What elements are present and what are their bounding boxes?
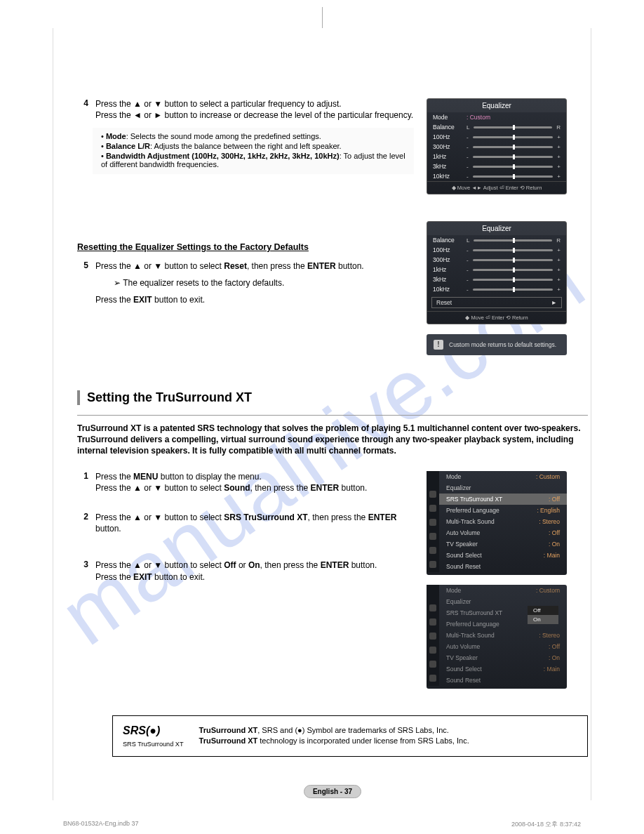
t: or	[142, 483, 154, 493]
slider	[474, 239, 552, 241]
t: button to select	[162, 512, 224, 522]
eq-row-label: 1kHz	[433, 153, 462, 160]
eq-row-label: 3kHz	[433, 163, 462, 170]
t: button to select	[162, 483, 224, 493]
menu-val: : Off	[549, 496, 560, 503]
left-triangle-icon	[133, 110, 142, 120]
step4-text: Press the or button to select a particul…	[95, 98, 414, 121]
osd-side-icons	[427, 585, 439, 686]
right-triangle-icon	[551, 299, 557, 306]
t: SRS TruSurround XT	[224, 512, 307, 522]
t: Press the	[95, 572, 133, 582]
t: Press the	[95, 560, 133, 570]
slider	[473, 166, 554, 168]
slider-end-r: R	[556, 237, 561, 244]
slider	[473, 176, 554, 178]
srs-logo-sub: SRS TruSurround XT	[123, 741, 184, 748]
menu-key: Preferred Language	[446, 507, 499, 514]
osd-mode-label: Mode	[433, 114, 462, 121]
osd-title: Equalizer	[427, 222, 566, 235]
menu-val: : On	[549, 541, 560, 548]
slider-plus: +	[557, 134, 561, 140]
t: button to display the menu.	[158, 472, 261, 482]
osd-sound-menu-2: Mode: Custom Equalizer SRS TruSurround X…	[427, 585, 567, 689]
menu-key: Multi-Track Sound	[446, 632, 495, 639]
slider-minus: -	[467, 286, 469, 293]
slider-minus: -	[467, 277, 469, 283]
slider-plus: +	[557, 267, 561, 273]
t: Press the	[95, 472, 133, 482]
section-title: Setting the TruSurround XT	[87, 390, 588, 405]
t: Press the	[95, 110, 133, 120]
slider	[473, 289, 554, 291]
menu-key: Mode	[446, 473, 461, 480]
osd-footer: ◆ Move ◄► Adjust ⏎ Enter ⟲ Return	[427, 181, 566, 194]
slider-plus: +	[557, 286, 561, 293]
trademark-box: SRS(●) SRS TruSurround XT TruSurround XT…	[112, 715, 588, 757]
slider-minus: -	[467, 154, 469, 160]
osd-sound-menu-1: Mode: Custom Equalizer SRS TruSurround X…	[427, 471, 567, 575]
reset-heading: Resetting the Equalizer Settings to the …	[77, 242, 414, 252]
menu-val: : Custom	[536, 587, 560, 594]
slider-minus: -	[467, 134, 469, 140]
t: Reset	[224, 261, 247, 271]
slider-plus: +	[557, 164, 561, 170]
step-number: 3	[77, 560, 88, 582]
warning-icon: !	[434, 340, 443, 350]
t: EXIT	[133, 295, 152, 305]
t: Press the	[95, 512, 133, 522]
alert-text: Custom mode returns to default settings.	[449, 341, 556, 348]
slider-plus: +	[557, 257, 561, 263]
osd-mode-value: : Custom	[467, 114, 490, 121]
menu-key: Sound Reset	[446, 677, 481, 684]
footer-right: 2008-04-18 오후 8:37:42	[511, 820, 581, 829]
t: , then press the	[260, 560, 321, 570]
menu-val: : Main	[544, 666, 560, 673]
menu-val: : Off	[549, 643, 560, 650]
step5-note: The equalizer resets to the factory defa…	[114, 277, 414, 289]
eq-row-label: 100Hz	[433, 133, 462, 140]
section-title-bar: Setting the TruSurround XT	[77, 390, 588, 405]
eq-row-label: 300Hz	[433, 256, 462, 263]
down-triangle-icon	[154, 512, 162, 522]
menu-key: SRS TruSurround XT	[446, 609, 502, 616]
menu-key: Equalizer	[446, 484, 471, 491]
slider	[473, 269, 554, 271]
slider	[473, 146, 554, 148]
print-footer: BN68-01532A-Eng.indb 37 2008-04-18 오후 8:…	[63, 820, 581, 829]
slider-plus: +	[557, 173, 561, 180]
right-triangle-icon	[154, 110, 162, 120]
note-text: : Adjusts the balance between the right …	[150, 142, 342, 150]
slider-plus: +	[557, 144, 561, 150]
t: or	[142, 261, 154, 271]
t: TruSurround XT	[199, 736, 258, 745]
osd-side-icons	[427, 471, 439, 572]
eq-row-label: 10kHz	[433, 173, 462, 180]
menu-key: Sound Reset	[446, 563, 481, 570]
menu-key: Mode	[446, 587, 461, 594]
slider-minus: -	[467, 247, 469, 253]
slider	[473, 156, 554, 158]
srs-logo: SRS(●) SRS TruSurround XT	[123, 723, 184, 750]
down-triangle-icon	[154, 483, 162, 493]
step5-text: Press the or button to select Reset, the…	[95, 260, 414, 306]
eq-row-label: 3kHz	[433, 276, 462, 283]
popup-off: Off	[528, 606, 558, 615]
slider-minus: -	[467, 144, 469, 150]
eq-row-label: Balance	[433, 237, 462, 244]
up-triangle-icon	[133, 99, 142, 109]
ts3-text: Press the or button to select Off or On,…	[95, 560, 414, 582]
t: Press the	[95, 99, 133, 109]
t: Press the	[95, 261, 133, 271]
menu-key: TV Speaker	[446, 654, 478, 661]
t: MENU	[133, 472, 158, 482]
t: button to increase or decrease the level…	[162, 110, 413, 120]
t: Sound	[224, 483, 250, 493]
menu-key: Auto Volume	[446, 529, 480, 536]
menu-key: SRS TruSurround XT	[446, 496, 502, 503]
slider-plus: +	[557, 247, 561, 253]
t: , then press the	[250, 483, 311, 493]
t: or	[142, 512, 154, 522]
menu-key: Preferred Language	[446, 621, 499, 628]
menu-key: Equalizer	[446, 598, 471, 605]
